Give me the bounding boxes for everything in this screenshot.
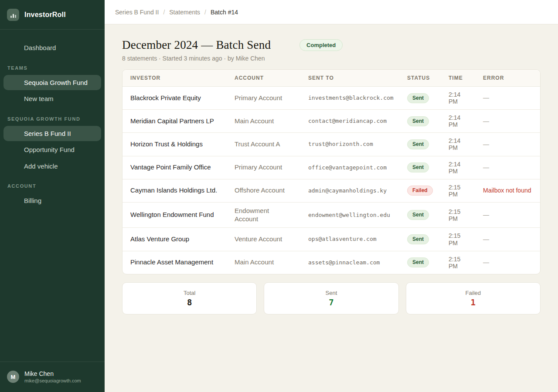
sidebar-item-label: Billing xyxy=(24,197,41,204)
sidebar-section-label: ACCOUNT xyxy=(0,175,105,192)
sidebar-nav: DashboardTEAMSSequoia Growth FundNew tea… xyxy=(0,30,105,362)
column-header-investor: INVESTOR xyxy=(122,70,235,87)
cell-status: Failed xyxy=(407,179,449,202)
summary-card-value: 1 xyxy=(471,297,476,307)
cell-time: 2:14 PM xyxy=(449,87,483,110)
app-name: InvestorRoll xyxy=(24,11,66,19)
table-row: Pinnacle Asset ManagementMain Accountass… xyxy=(122,251,540,274)
table-header-row: INVESTORACCOUNTSENT TOSTATUSTIMEERROR xyxy=(122,70,540,87)
cell-investor: Blackrock Private Equity xyxy=(122,87,235,110)
cell-status: Sent xyxy=(407,133,449,156)
title-row: December 2024 — Batch Send Completed xyxy=(122,38,541,52)
cell-account: Main Account xyxy=(235,110,308,133)
summary-card-sent: Sent7 xyxy=(264,282,398,314)
cell-status: Sent xyxy=(407,228,449,251)
breadcrumb-separator: / xyxy=(204,9,206,16)
status-badge-sent: Sent xyxy=(407,139,429,149)
table-row: Cayman Islands Holdings Ltd.Offshore Acc… xyxy=(122,179,540,202)
cell-account: Venture Account xyxy=(235,228,308,251)
sidebar-item-billing[interactable]: Billing xyxy=(3,193,101,209)
sidebar-item-label: Dashboard xyxy=(24,44,56,51)
user-email: mike@sequoiagrowth.com xyxy=(24,378,81,384)
status-badge-sent: Sent xyxy=(407,162,429,172)
cell-investor: Horizon Trust & Holdings xyxy=(122,133,235,156)
cell-error: — xyxy=(483,156,540,179)
sidebar-item-opportunity-fund[interactable]: Opportunity Fund xyxy=(3,142,101,158)
table-row: Wellington Endowment FundEndowment Accou… xyxy=(122,202,540,228)
column-header-account: ACCOUNT xyxy=(235,70,308,87)
table-row: Horizon Trust & HoldingsTrust Account At… xyxy=(122,133,540,156)
cell-sent-to: trust@horizonth.com xyxy=(308,133,407,156)
summary-card-label: Failed xyxy=(466,290,481,296)
cell-account: Primary Account xyxy=(235,156,308,179)
cell-investor: Atlas Venture Group xyxy=(122,228,235,251)
column-header-sent-to: SENT TO xyxy=(308,70,407,87)
status-badge-sent: Sent xyxy=(407,93,429,103)
sidebar: InvestorRoll DashboardTEAMSSequoia Growt… xyxy=(0,0,105,392)
status-badge-sent: Sent xyxy=(407,234,429,244)
table-row: Meridian Capital Partners LPMain Account… xyxy=(122,110,540,133)
breadcrumb-item-fund[interactable]: Series B Fund II xyxy=(115,9,159,16)
table-header: INVESTORACCOUNTSENT TOSTATUSTIMEERROR xyxy=(122,70,540,87)
sidebar-item-label: Sequoia Growth Fund xyxy=(24,79,88,86)
table-row: Atlas Venture GroupVenture Accountops@at… xyxy=(122,228,540,251)
bar-chart-icon xyxy=(7,9,19,21)
sidebar-item-dashboard[interactable]: Dashboard xyxy=(3,40,101,56)
sidebar-item-sequoia-growth-fund[interactable]: Sequoia Growth Fund xyxy=(3,75,101,91)
cell-status: Sent xyxy=(407,110,449,133)
cell-status: Sent xyxy=(407,156,449,179)
page-content: December 2024 — Batch Send Completed 8 s… xyxy=(105,24,558,392)
cell-sent-to: assets@pinnacleam.com xyxy=(308,251,407,274)
page-title: December 2024 — Batch Send xyxy=(122,38,271,52)
cell-time: 2:14 PM xyxy=(449,156,483,179)
sidebar-item-label: Opportunity Fund xyxy=(24,146,75,153)
cell-time: 2:15 PM xyxy=(449,228,483,251)
breadcrumb-separator: / xyxy=(163,9,165,16)
sidebar-section-label: TEAMS xyxy=(0,57,105,74)
status-badge-sent: Sent xyxy=(407,210,429,220)
sidebar-item-label: Add vehicle xyxy=(24,162,58,170)
cell-account: Primary Account xyxy=(235,87,308,110)
cell-error: — xyxy=(483,202,540,228)
cell-account: Endowment Account xyxy=(235,202,308,228)
cell-investor: Vantage Point Family Office xyxy=(122,156,235,179)
sidebar-item-new-team[interactable]: New team xyxy=(3,91,101,107)
cell-error: — xyxy=(483,251,540,274)
summary-card-value: 8 xyxy=(187,297,192,307)
cell-investor: Pinnacle Asset Management xyxy=(122,251,235,274)
cell-account: Offshore Account xyxy=(235,179,308,202)
statements-table: INVESTORACCOUNTSENT TOSTATUSTIMEERROR Bl… xyxy=(122,69,541,274)
status-badge-sent: Sent xyxy=(407,116,429,126)
cell-sent-to: investments@blackrock.com xyxy=(308,87,407,110)
cell-error: — xyxy=(483,228,540,251)
cell-error: — xyxy=(483,133,540,156)
table-row: Blackrock Private EquityPrimary Accounti… xyxy=(122,87,540,110)
column-header-time: TIME xyxy=(449,70,483,87)
breadcrumb-item-statements[interactable]: Statements xyxy=(169,9,200,16)
sidebar-header: InvestorRoll xyxy=(0,0,105,30)
cell-error: — xyxy=(483,110,540,133)
cell-sent-to: endowment@wellington.edu xyxy=(308,202,407,228)
cell-error: — xyxy=(483,87,540,110)
sidebar-item-series-b-fund-ii[interactable]: Series B Fund II xyxy=(3,126,101,142)
summary-card-label: Total xyxy=(184,290,195,296)
cell-sent-to: ops@atlasventure.com xyxy=(308,228,407,251)
sidebar-item-add-vehicle[interactable]: Add vehicle xyxy=(3,159,101,174)
user-area[interactable]: M Mike Chen mike@sequoiagrowth.com xyxy=(0,362,105,392)
cell-investor: Cayman Islands Holdings Ltd. xyxy=(122,179,235,202)
user-info: Mike Chen mike@sequoiagrowth.com xyxy=(24,370,81,384)
cell-investor: Wellington Endowment Fund xyxy=(122,202,235,228)
cell-account: Trust Account A xyxy=(235,133,308,156)
cell-error: Mailbox not found xyxy=(483,179,540,202)
summary-card-label: Sent xyxy=(326,290,337,296)
summary-card-total: Total8 xyxy=(122,282,257,314)
cell-status: Sent xyxy=(407,251,449,274)
table-body: Blackrock Private EquityPrimary Accounti… xyxy=(122,87,540,274)
cell-time: 2:15 PM xyxy=(449,202,483,228)
cell-time: 2:14 PM xyxy=(449,133,483,156)
page-subtitle: 8 statements · Started 3 minutes ago · b… xyxy=(122,55,541,62)
summary-card-failed: Failed1 xyxy=(406,282,541,314)
status-badge-sent: Sent xyxy=(407,257,429,267)
sidebar-item-label: New team xyxy=(24,95,54,102)
cell-sent-to: admin@caymanholdings.ky xyxy=(308,179,407,202)
